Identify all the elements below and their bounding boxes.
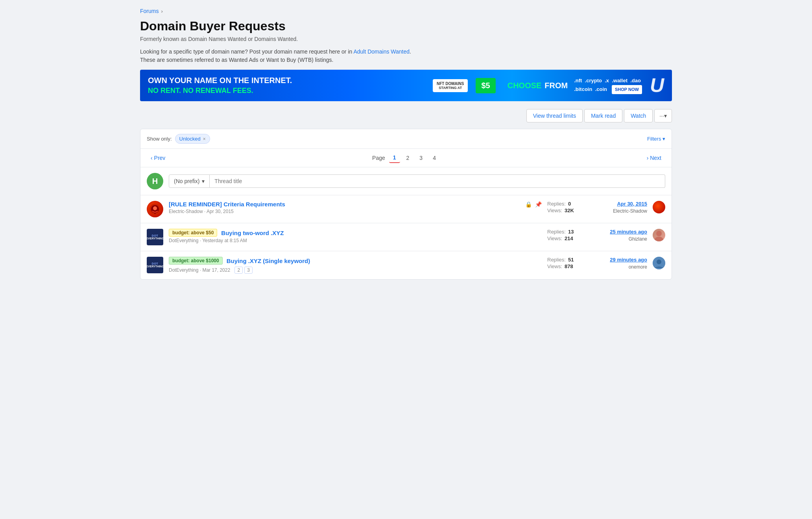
thread-author: DotEverything bbox=[169, 238, 198, 243]
filter-bar: Show only: Unlocked × Filters ▾ bbox=[140, 129, 672, 149]
replies-count: 51 bbox=[568, 257, 574, 263]
avatar: DOT EVERYTHING bbox=[147, 257, 163, 273]
thread-page-link-3[interactable]: 3 bbox=[244, 267, 253, 274]
breadcrumb-forums-link[interactable]: Forums bbox=[140, 8, 159, 14]
thread-content: budget: above $50 Buying two-word .XYZ D… bbox=[169, 229, 536, 243]
banner-logo: U bbox=[650, 74, 664, 97]
table-row: DOT EVERYTHING budget: above $50 Buying … bbox=[140, 223, 672, 251]
thread-title-input[interactable] bbox=[210, 174, 665, 188]
replies-label: Replies: bbox=[547, 229, 566, 235]
prefix-chevron-icon: ▾ bbox=[202, 178, 205, 184]
replies-count: 13 bbox=[568, 229, 574, 235]
thread-meta: DotEverything · Yesterday at 8:15 AM bbox=[169, 238, 536, 243]
mark-read-button[interactable]: Mark read bbox=[584, 109, 622, 122]
budget-tag: budget: above $1000 bbox=[169, 257, 223, 265]
table-row: [RULE REMINDER] Criteria Requirements El… bbox=[140, 195, 672, 223]
page-4-button[interactable]: 4 bbox=[429, 153, 440, 163]
last-activity-date[interactable]: 29 minutes ago bbox=[610, 257, 647, 263]
thread-title-row: [RULE REMINDER] Criteria Requirements bbox=[169, 201, 520, 208]
svg-point-2 bbox=[656, 231, 662, 236]
prev-page-button[interactable]: ‹ Prev bbox=[147, 153, 169, 163]
thread-author: DotEverything bbox=[169, 267, 198, 273]
thread-list-container: Show only: Unlocked × Filters ▾ ‹ Prev P… bbox=[140, 129, 672, 280]
thread-title-row: budget: above $1000 Buying .XYZ (Single … bbox=[169, 257, 536, 265]
adult-domains-link[interactable]: Adult Domains Wanted bbox=[353, 48, 410, 55]
thread-page-links: 2 3 bbox=[234, 267, 252, 274]
thread-author: Electric-Shadow bbox=[169, 209, 203, 214]
table-row: DOT EVERYTHING budget: above $1000 Buyin… bbox=[140, 251, 672, 279]
banner-domains: .nft .crypto .x .wallet .dao .bitcoin .c… bbox=[574, 77, 642, 94]
page-1-button[interactable]: 1 bbox=[389, 153, 400, 163]
remove-filter-icon[interactable]: × bbox=[203, 136, 206, 142]
last-activity-date[interactable]: Apr 30, 2015 bbox=[617, 201, 647, 207]
banner-left-text: OWN YOUR NAME ON THE INTERNET. NO RENT. … bbox=[148, 76, 429, 95]
thread-meta: Electric-Shadow · Apr 30, 2015 bbox=[169, 209, 520, 214]
view-thread-limits-button[interactable]: View thread limits bbox=[526, 109, 583, 122]
thread-title-link[interactable]: Buying two-word .XYZ bbox=[221, 230, 284, 236]
watch-button[interactable]: Watch bbox=[624, 109, 653, 122]
svg-point-1 bbox=[153, 206, 157, 210]
more-options-button[interactable]: ···▾ bbox=[654, 109, 672, 122]
banner-nft-box: NFT DOMAINS STARTING AT bbox=[433, 79, 468, 92]
thread-page-link-2[interactable]: 2 bbox=[234, 267, 243, 274]
desc-part2: . bbox=[410, 48, 411, 55]
banner-price: $5 bbox=[476, 78, 495, 93]
desc-part1: Looking for a specific type of domain na… bbox=[140, 48, 353, 55]
thread-stats: Replies:51 Views:878 bbox=[547, 257, 587, 269]
unlocked-filter-chip[interactable]: Unlocked × bbox=[175, 134, 210, 144]
desc-line2: These are sometimes referred to as Wante… bbox=[140, 57, 333, 63]
avatar bbox=[147, 201, 163, 217]
filter-chip-value: Unlocked bbox=[179, 136, 201, 142]
filters-dropdown-button[interactable]: Filters ▾ bbox=[647, 136, 665, 142]
breadcrumb: Forums › bbox=[140, 8, 672, 14]
svg-point-5 bbox=[657, 260, 661, 264]
last-user-avatar bbox=[653, 229, 665, 241]
new-thread-row: H (No prefix) ▾ bbox=[140, 167, 672, 195]
thread-date: Mar 17, 2022 bbox=[202, 267, 230, 273]
replies-label: Replies: bbox=[547, 257, 566, 263]
thread-stats: Replies:13 Views:214 bbox=[547, 229, 587, 241]
pagination-bar: ‹ Prev Page 1 2 3 4 › Next bbox=[140, 149, 672, 167]
thread-date: Apr 30, 2015 bbox=[207, 209, 234, 214]
shop-now-btn[interactable]: SHOP NOW bbox=[612, 85, 642, 95]
active-filters: Show only: Unlocked × bbox=[147, 134, 210, 144]
replies-count: 0 bbox=[568, 201, 571, 207]
current-user-avatar: H bbox=[147, 173, 163, 189]
views-label: Views: bbox=[547, 263, 562, 269]
thread-icons bbox=[525, 201, 542, 208]
last-user-avatar-container bbox=[653, 201, 665, 213]
page-title: Domain Buyer Requests bbox=[140, 19, 672, 33]
last-activity-user: Ghizlane bbox=[629, 236, 647, 242]
page-description: Looking for a specific type of domain na… bbox=[140, 48, 672, 64]
thread-title-link[interactable]: Buying .XYZ (Single keyword) bbox=[227, 258, 310, 264]
banner-choose: CHOOSE FROM bbox=[507, 81, 568, 90]
thread-last-activity: 29 minutes ago onemore bbox=[592, 257, 647, 270]
next-page-button[interactable]: › Next bbox=[643, 153, 665, 163]
pin-icon bbox=[535, 201, 542, 208]
thread-content: [RULE REMINDER] Criteria Requirements El… bbox=[169, 201, 520, 214]
last-activity-user: Electric-Shadow bbox=[613, 208, 647, 214]
views-label: Views: bbox=[547, 235, 562, 241]
last-user-avatar bbox=[653, 201, 665, 213]
thread-last-activity: 25 minutes ago Ghizlane bbox=[592, 229, 647, 242]
thread-stats: Replies:0 Views:32K bbox=[547, 201, 587, 213]
last-user-avatar-container bbox=[653, 257, 665, 269]
page-3-button[interactable]: 3 bbox=[415, 153, 426, 163]
last-activity-user: onemore bbox=[629, 264, 647, 270]
thread-content: budget: above $1000 Buying .XYZ (Single … bbox=[169, 257, 536, 274]
breadcrumb-separator: › bbox=[161, 8, 162, 14]
budget-tag: budget: above $50 bbox=[169, 229, 217, 237]
last-activity-date[interactable]: 25 minutes ago bbox=[610, 229, 647, 235]
views-count: 878 bbox=[565, 263, 573, 269]
prefix-label: (No prefix) bbox=[174, 178, 199, 184]
views-count: 214 bbox=[565, 235, 573, 241]
thread-title-row: budget: above $50 Buying two-word .XYZ bbox=[169, 229, 536, 237]
page-2-button[interactable]: 2 bbox=[402, 153, 413, 163]
thread-title-link[interactable]: [RULE REMINDER] Criteria Requirements bbox=[169, 201, 285, 208]
avatar: DOT EVERYTHING bbox=[147, 229, 163, 245]
thread-date: Yesterday at 8:15 AM bbox=[202, 238, 247, 243]
views-label: Views: bbox=[547, 208, 562, 213]
ad-banner[interactable]: OWN YOUR NAME ON THE INTERNET. NO RENT. … bbox=[140, 70, 672, 101]
thread-toolbar: View thread limits Mark read Watch ···▾ bbox=[140, 109, 672, 122]
prefix-dropdown[interactable]: (No prefix) ▾ bbox=[169, 174, 210, 188]
